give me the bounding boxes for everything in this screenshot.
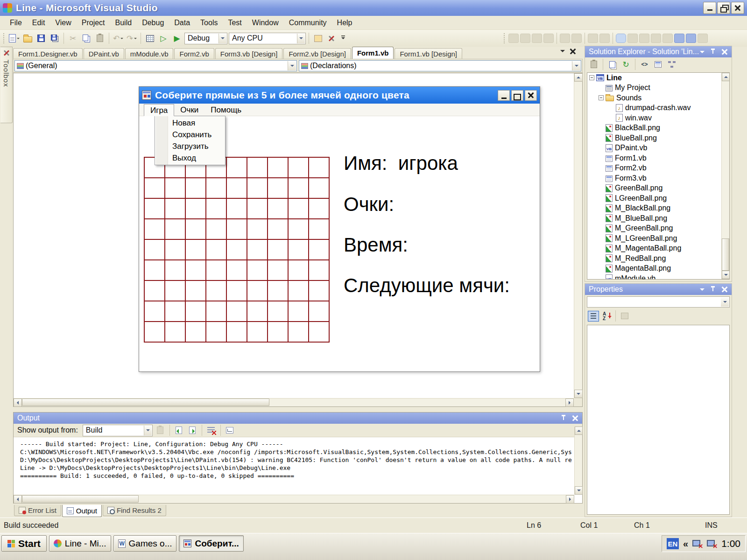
grid-cell[interactable] (227, 260, 247, 281)
tree-item[interactable]: drumpad-crash.wav (587, 103, 729, 113)
close-icon[interactable] (721, 286, 728, 293)
menu-item[interactable]: Debug (137, 16, 169, 30)
grid-cell[interactable] (206, 301, 227, 322)
dropdown-menu-item[interactable]: Выход (155, 152, 225, 164)
grid-cell[interactable] (309, 240, 330, 260)
uncomment-icon[interactable] (599, 34, 610, 43)
properties-icon[interactable] (588, 59, 599, 70)
tree-item[interactable]: win.wav (587, 113, 729, 123)
grid-cell[interactable] (165, 281, 186, 301)
tree-item[interactable]: DPaint.vb (587, 143, 729, 154)
solution-platforms-combo[interactable]: Any CPU (229, 33, 306, 44)
bookmark-next-icon[interactable] (639, 34, 649, 43)
open-file-icon[interactable] (21, 32, 34, 45)
tree-item[interactable]: Form1.vb (587, 153, 729, 163)
grid-cell[interactable] (145, 240, 165, 260)
grid-cell[interactable] (186, 301, 206, 322)
tree-item[interactable]: Form2.vb (587, 163, 729, 174)
grid-cell[interactable] (145, 322, 165, 343)
goto-message-icon[interactable] (155, 425, 166, 436)
output-source-combo[interactable]: Build (83, 425, 153, 436)
game-menu-item[interactable]: Помощь (204, 104, 247, 116)
grid-cell[interactable] (186, 260, 206, 281)
pin-icon[interactable] (710, 286, 716, 293)
grid-cell[interactable] (186, 322, 206, 343)
restore-icon[interactable] (717, 2, 730, 14)
member-list-icon[interactable] (508, 34, 519, 43)
grid-cell[interactable] (268, 158, 289, 178)
taskbar-button[interactable]: Games o... (113, 535, 177, 552)
panel-tab[interactable]: Output (62, 505, 102, 517)
properties-grid[interactable] (587, 325, 730, 515)
cut-icon[interactable]: ✂ (67, 32, 79, 45)
output-panel-titlebar[interactable]: Output (14, 413, 582, 424)
menu-item[interactable]: Data (169, 16, 195, 30)
editor-tab[interactable]: Form1.Designer.vb (13, 48, 83, 59)
grid-cell[interactable] (289, 158, 309, 178)
toolbox-tools-icon[interactable] (325, 32, 338, 45)
property-pages-icon[interactable] (619, 311, 630, 322)
categorized-icon[interactable] (588, 311, 599, 322)
types-combo[interactable]: (General) (14, 60, 297, 71)
alphabetical-sort-icon[interactable]: AZ (601, 311, 612, 322)
tree-item[interactable]: MagentaBall.png (587, 264, 729, 274)
toolbox-tab[interactable]: Toolbox (0, 47, 13, 123)
tree-item[interactable]: Sounds (587, 93, 729, 103)
grid-cell[interactable] (227, 219, 247, 240)
grid-cell[interactable] (289, 219, 309, 240)
undo-icon[interactable]: ↶ (112, 32, 124, 45)
new-project-icon[interactable] (8, 32, 20, 45)
grid-cell[interactable] (247, 219, 268, 240)
grid-cell[interactable] (145, 219, 165, 240)
collapse-icon[interactable] (599, 95, 604, 100)
grid-cell[interactable] (247, 322, 268, 343)
refresh-icon[interactable]: ↻ (620, 59, 632, 70)
scrollbar-thumb[interactable] (22, 495, 139, 503)
grid-cell[interactable] (268, 219, 289, 240)
close-icon[interactable] (572, 415, 578, 421)
menu-item[interactable]: Help (332, 16, 358, 30)
comment-icon[interactable] (588, 34, 598, 43)
grid-cell[interactable] (309, 178, 330, 199)
grid-cell[interactable] (145, 260, 165, 281)
grid-cell[interactable] (309, 158, 330, 178)
previous-message-icon[interactable] (173, 425, 185, 436)
close-icon[interactable] (731, 2, 744, 14)
grid-cell[interactable] (145, 178, 165, 199)
bookmark-folder-prev-icon[interactable] (651, 34, 661, 43)
tree-item[interactable]: LGreenBall.png (587, 193, 729, 203)
editor-tab[interactable]: Form1.vb [Design] (395, 48, 462, 59)
grid-cell[interactable] (165, 301, 186, 322)
grid-cell[interactable] (289, 199, 309, 219)
collapse-icon[interactable] (589, 75, 594, 80)
grid-cell[interactable] (247, 301, 268, 322)
dropdown-menu-item[interactable]: Сохранить (155, 129, 225, 140)
close-icon[interactable] (525, 90, 537, 101)
grid-cell[interactable] (186, 199, 206, 219)
grid-cell[interactable] (289, 281, 309, 301)
minimize-icon[interactable] (498, 90, 510, 101)
solution-explorer-titlebar[interactable]: Solution Explorer - Solution 'Lin... (585, 46, 732, 57)
pin-icon[interactable] (710, 49, 716, 55)
grid-cell[interactable] (227, 158, 247, 178)
editor-tab[interactable]: DPaint.vb (84, 48, 124, 59)
increase-indent-icon[interactable] (571, 34, 582, 43)
bookmark-prev-icon[interactable] (627, 34, 638, 43)
tree-item[interactable]: BlueBall.png (587, 133, 729, 143)
view-class-diagram-icon[interactable] (666, 59, 677, 70)
start-button[interactable]: Start (1, 535, 47, 552)
grid-cell[interactable] (227, 301, 247, 322)
close-document-icon[interactable] (570, 48, 576, 55)
quick-info-icon[interactable] (532, 34, 542, 43)
game-menu-item[interactable]: Игра (144, 104, 174, 116)
grid-cell[interactable] (186, 240, 206, 260)
grid-cell[interactable] (289, 178, 309, 199)
game-window-titlebar[interactable]: Соберите прямые из 5 и более мячей одног… (139, 87, 540, 104)
grid-cell[interactable] (186, 281, 206, 301)
tree-item[interactable]: Form3.vb (587, 173, 729, 183)
grid-cell[interactable] (227, 178, 247, 199)
members-combo[interactable]: (Declarations) (299, 60, 581, 71)
menu-item[interactable]: View (50, 16, 76, 30)
grid-cell[interactable] (206, 281, 227, 301)
menu-item[interactable]: Project (77, 16, 110, 30)
